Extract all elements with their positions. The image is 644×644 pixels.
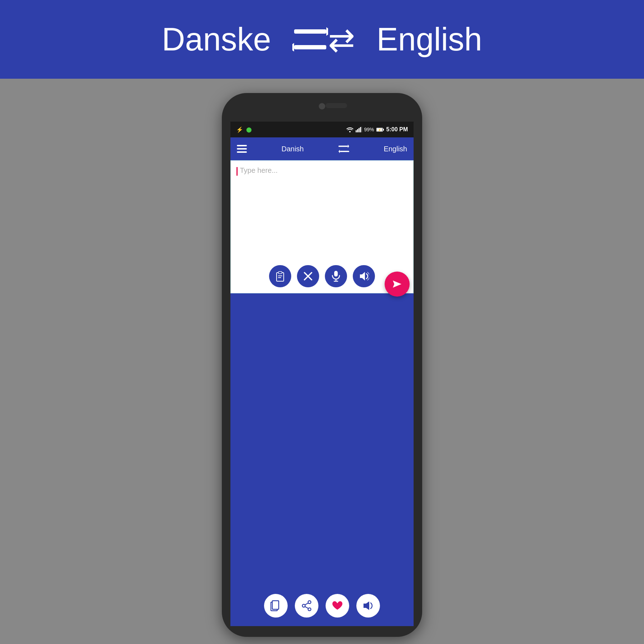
phone-mockup: ⚡ ⬤ (222, 93, 422, 637)
translated-text (230, 293, 414, 590)
svg-rect-5 (357, 129, 358, 132)
hamburger-menu-icon[interactable] (237, 145, 247, 153)
clear-button[interactable] (297, 265, 319, 287)
phone-top (222, 93, 422, 122)
svg-marker-29 (360, 272, 365, 280)
svg-rect-33 (272, 601, 279, 609)
output-favorite-button[interactable] (326, 594, 349, 618)
send-button[interactable] (385, 272, 410, 297)
app-header: Danish English (230, 137, 414, 160)
wifi-icon (346, 127, 353, 132)
svg-text:⚡: ⚡ (378, 128, 381, 132)
svg-rect-4 (356, 130, 357, 132)
svg-marker-30 (393, 280, 401, 288)
svg-rect-14 (237, 148, 247, 150)
svg-marker-1 (326, 27, 328, 36)
status-bar: ⚡ ⬤ (230, 122, 414, 137)
svg-rect-7 (360, 127, 361, 132)
banner-target-lang[interactable]: English (376, 21, 482, 58)
output-area (230, 293, 414, 626)
speaker-button[interactable] (353, 265, 375, 287)
output-action-buttons (230, 590, 414, 621)
svg-rect-11 (383, 129, 384, 131)
svg-rect-26 (334, 271, 338, 277)
input-placeholder: Type here... (240, 166, 278, 174)
output-copy-button[interactable] (264, 594, 288, 618)
svg-line-39 (305, 607, 308, 609)
background-area: ⚡ ⬤ (0, 79, 644, 644)
svg-rect-21 (278, 272, 282, 274)
banner-source-lang[interactable]: Danske (162, 21, 271, 58)
output-speak-button[interactable] (356, 594, 380, 618)
svg-marker-19 (338, 150, 340, 153)
location-icon: ⬤ (246, 127, 252, 132)
output-share-button[interactable] (295, 594, 318, 618)
svg-marker-17 (348, 145, 349, 148)
top-banner: Danske ⇄ English (0, 0, 644, 79)
input-area: Type here... (230, 160, 414, 293)
phone-speaker (326, 103, 347, 108)
status-left-icons: ⚡ ⬤ (236, 126, 252, 133)
svg-rect-16 (338, 146, 348, 147)
banner-swap-icon[interactable]: ⇄ (292, 21, 355, 58)
input-action-buttons (231, 261, 413, 293)
svg-rect-6 (358, 128, 360, 132)
header-source-lang[interactable]: Danish (282, 145, 304, 153)
phone-camera (319, 103, 325, 109)
battery-icon: ⚡ (376, 127, 384, 132)
status-time: 5:00 PM (386, 126, 408, 133)
status-right: 99% ⚡ 5:00 PM (346, 126, 408, 133)
svg-line-38 (305, 603, 308, 605)
usb-icon: ⚡ (236, 126, 243, 133)
svg-rect-13 (237, 145, 247, 146)
svg-rect-2 (294, 45, 326, 49)
phone-screen: ⚡ ⬤ (230, 122, 414, 626)
svg-marker-3 (292, 43, 294, 52)
clipboard-button[interactable] (269, 265, 291, 287)
svg-rect-15 (237, 151, 247, 153)
header-target-lang[interactable]: English (384, 145, 407, 153)
svg-rect-8 (361, 127, 362, 132)
header-swap-icon[interactable] (338, 145, 349, 153)
text-input-container[interactable]: Type here... (231, 161, 413, 261)
text-cursor (236, 167, 238, 176)
battery-percent: 99% (364, 127, 374, 132)
svg-rect-0 (294, 29, 326, 34)
svg-rect-23 (278, 277, 281, 278)
svg-rect-18 (340, 151, 349, 152)
signal-icon (356, 127, 362, 132)
svg-marker-40 (364, 601, 369, 610)
svg-rect-22 (278, 275, 282, 276)
microphone-button[interactable] (325, 265, 347, 287)
